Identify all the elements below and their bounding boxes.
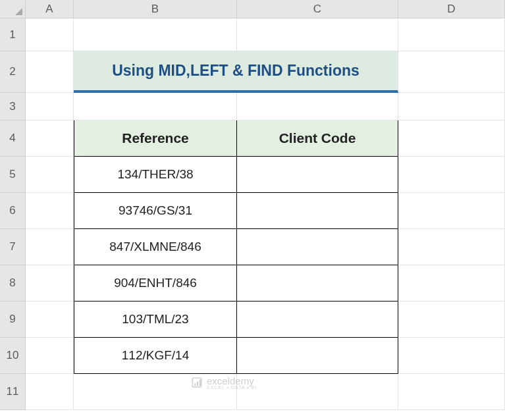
cell-c3[interactable]	[237, 93, 398, 120]
row-header-7[interactable]: 7	[0, 229, 26, 265]
row-header-6[interactable]: 6	[0, 193, 26, 229]
cell-a2[interactable]	[26, 51, 74, 93]
row-header-9[interactable]: 9	[0, 302, 26, 338]
column-headers: A B C D	[26, 0, 505, 18]
cell-d1[interactable]	[398, 18, 505, 51]
row-headers: 1 2 3 4 5 6 7 8 9 10 11	[0, 18, 26, 410]
svg-rect-3	[199, 380, 201, 386]
table-row[interactable]	[237, 193, 398, 229]
table-row[interactable]	[237, 302, 398, 338]
svg-rect-2	[197, 382, 198, 386]
row-header-1[interactable]: 1	[0, 18, 26, 51]
row-header-11[interactable]: 11	[0, 374, 26, 410]
row-header-8[interactable]: 8	[0, 265, 26, 302]
cell-d3[interactable]	[398, 93, 505, 120]
cell-a10[interactable]	[26, 338, 74, 374]
row-header-10[interactable]: 10	[0, 338, 26, 374]
col-header-c[interactable]: C	[237, 0, 398, 18]
row-header-5[interactable]: 5	[0, 157, 26, 193]
table-row[interactable]: 103/TML/23	[74, 302, 237, 338]
page-title[interactable]: Using MID,LEFT & FIND Functions	[74, 51, 398, 93]
cell-a4[interactable]	[26, 120, 74, 157]
row-header-4[interactable]: 4	[0, 120, 26, 157]
cell-d9[interactable]	[398, 302, 505, 338]
cell-a8[interactable]	[26, 265, 74, 302]
table-row[interactable]: 134/THER/38	[74, 157, 237, 193]
watermark-text: exceldemy EXCEL • DATA • BI	[207, 375, 257, 390]
grid-area: Using MID,LEFT & FIND Functions Referenc…	[26, 18, 505, 410]
table-row[interactable]: 112/KGF/14	[74, 338, 237, 374]
cell-b3[interactable]	[74, 93, 237, 120]
watermark: exceldemy EXCEL • DATA • BI	[191, 375, 257, 390]
cell-b1[interactable]	[74, 18, 237, 51]
table-header-reference[interactable]: Reference	[74, 120, 237, 157]
cell-a9[interactable]	[26, 302, 74, 338]
cell-a6[interactable]	[26, 193, 74, 229]
cell-a3[interactable]	[26, 93, 74, 120]
cell-a11[interactable]	[26, 374, 74, 410]
col-header-d[interactable]: D	[398, 0, 505, 18]
watermark-icon	[191, 377, 203, 388]
table-row[interactable]: 904/ENHT/846	[74, 265, 237, 302]
cell-d11[interactable]	[398, 374, 505, 410]
cell-d10[interactable]	[398, 338, 505, 374]
table-row[interactable]	[237, 157, 398, 193]
cell-a7[interactable]	[26, 229, 74, 265]
cell-d8[interactable]	[398, 265, 505, 302]
table-row[interactable]: 93746/GS/31	[74, 193, 237, 229]
col-header-a[interactable]: A	[26, 0, 74, 18]
watermark-tagline: EXCEL • DATA • BI	[207, 385, 257, 390]
cell-d6[interactable]	[398, 193, 505, 229]
row-header-3[interactable]: 3	[0, 93, 26, 120]
table-row[interactable]	[237, 229, 398, 265]
spreadsheet: A B C D 1 2 3 4 5 6 7 8 9 10 11 Using MI…	[0, 0, 505, 420]
cell-d4[interactable]	[398, 120, 505, 157]
cell-a5[interactable]	[26, 157, 74, 193]
cell-d5[interactable]	[398, 157, 505, 193]
cell-d2[interactable]	[398, 51, 505, 93]
cell-a1[interactable]	[26, 18, 74, 51]
cell-d7[interactable]	[398, 229, 505, 265]
table-row[interactable]	[237, 338, 398, 374]
col-header-b[interactable]: B	[74, 0, 237, 18]
table-row[interactable]: 847/XLMNE/846	[74, 229, 237, 265]
select-all-triangle[interactable]	[0, 0, 26, 18]
cell-c11[interactable]	[237, 374, 398, 410]
row-header-2[interactable]: 2	[0, 51, 26, 93]
table-row[interactable]	[237, 265, 398, 302]
cell-c1[interactable]	[237, 18, 398, 51]
table-header-client-code[interactable]: Client Code	[237, 120, 398, 157]
svg-rect-1	[194, 384, 196, 386]
